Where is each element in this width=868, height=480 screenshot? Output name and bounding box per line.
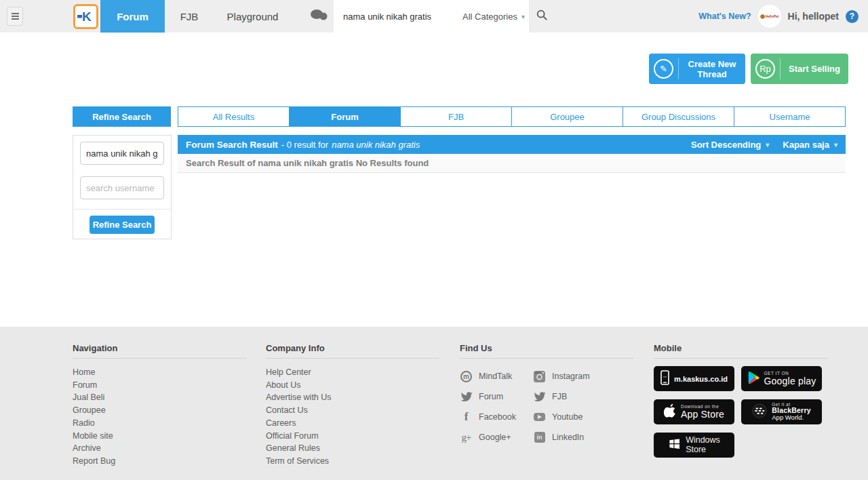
youtube-icon: [533, 411, 546, 424]
avatar[interactable]: HelloPet: [758, 5, 781, 28]
footer-link-help-center[interactable]: Help Center: [266, 366, 439, 379]
social-twitter-forum[interactable]: Forum: [460, 386, 533, 407]
social-googleplus[interactable]: g+ Google+: [460, 427, 533, 447]
top-header: K Forum FJB Playground All Categories ▾ …: [0, 0, 868, 33]
footer-link-general-rules[interactable]: General Rules: [266, 442, 439, 455]
sort-dropdown[interactable]: Sort Descending▾: [691, 140, 769, 150]
linkedin-icon: in: [533, 431, 546, 444]
search-bar: All Categories ▾: [334, 0, 529, 33]
footer-mobile: Mobile m.kaskus.co.id GET IT ONGoogle pl…: [654, 343, 827, 458]
no-results-message: Search Result of nama unik nikah gratis …: [178, 154, 846, 173]
user-greeting: Hi, hellopet: [788, 11, 839, 22]
result-tabs: All Results Forum FJB Groupee Group Disc…: [178, 106, 846, 127]
google-play-icon: [747, 371, 760, 387]
tab-group-discussions[interactable]: Group Discussions: [623, 106, 734, 127]
footer-heading: Mobile: [654, 343, 827, 359]
search-input[interactable]: [334, 12, 462, 22]
footer-heading: Company Info: [266, 343, 439, 359]
nav-tab-forum[interactable]: Forum: [100, 0, 165, 33]
result-query: nama unik nikah gratis: [332, 140, 420, 150]
page-footer: Navigation Home Forum Jual Beli Groupee …: [0, 327, 868, 480]
footer-navigation: Navigation Home Forum Jual Beli Groupee …: [73, 343, 246, 468]
footer-link-mobile-site[interactable]: Mobile site: [73, 430, 246, 443]
social-youtube[interactable]: Youtube: [533, 407, 633, 427]
twitter-icon: [460, 391, 473, 403]
social-mindtalk[interactable]: m MindTalk: [460, 366, 533, 386]
divider: [73, 209, 171, 209]
menu-button[interactable]: [7, 7, 23, 26]
blackberry-icon: [752, 403, 767, 421]
header-user-area: What's New? HelloPet Hi, hellopet ?: [698, 5, 859, 28]
chevron-down-icon: ▾: [766, 141, 769, 148]
footer-link-terms[interactable]: Term of Services: [266, 455, 439, 468]
mobile-site-badge[interactable]: m.kaskus.co.id: [654, 366, 734, 391]
footer-find-us: Find Us m MindTalk Instagram Forum: [460, 343, 633, 447]
google-play-badge[interactable]: GET IT ONGoogle play: [741, 366, 822, 391]
googleplus-icon: g+: [460, 431, 473, 444]
chat-bubble-icon: [309, 8, 328, 24]
social-facebook[interactable]: f Facebook: [460, 407, 533, 427]
tab-fjb[interactable]: FJB: [400, 106, 512, 127]
instagram-icon: [533, 370, 546, 383]
search-icon[interactable]: [536, 9, 548, 24]
windows-icon: [668, 437, 681, 453]
refine-search-submit[interactable]: Refine Search: [90, 216, 155, 234]
result-header-bar: Forum Search Result - 0 result for nama …: [178, 135, 846, 154]
kaskus-logo[interactable]: K: [73, 4, 98, 29]
footer-heading: Find Us: [460, 343, 633, 359]
social-twitter-fjb[interactable]: FJB: [533, 386, 633, 407]
pencil-icon: ✎: [654, 59, 673, 79]
app-store-badge[interactable]: Download on theApp Store: [654, 399, 734, 424]
kaskus-k-icon: K: [77, 8, 95, 24]
chevron-down-icon: ▾: [834, 141, 837, 148]
rupiah-icon: Rp: [755, 59, 775, 79]
twitter-icon: [533, 391, 546, 403]
phone-icon: [660, 370, 669, 388]
footer-link-forum[interactable]: Forum: [73, 379, 246, 392]
refine-username-input[interactable]: [80, 176, 164, 199]
footer-link-groupee[interactable]: Groupee: [73, 404, 246, 417]
tab-username[interactable]: Username: [734, 106, 846, 127]
social-linkedin[interactable]: in LinkedIn: [533, 427, 633, 447]
social-instagram[interactable]: Instagram: [533, 366, 633, 386]
footer-link-about-us[interactable]: About Us: [266, 379, 439, 392]
footer-link-radio[interactable]: Radio: [73, 417, 246, 430]
chevron-down-icon: ▾: [521, 13, 525, 20]
tab-groupee[interactable]: Groupee: [511, 106, 623, 127]
help-icon[interactable]: ?: [846, 10, 859, 23]
footer-link-contact-us[interactable]: Contact Us: [266, 404, 439, 417]
footer-company-info: Company Info Help Center About Us Advert…: [266, 343, 439, 468]
footer-link-archive[interactable]: Archive: [73, 442, 246, 455]
footer-link-home[interactable]: Home: [73, 366, 246, 379]
windows-store-badge[interactable]: WindowsStore: [654, 433, 734, 458]
footer-link-jual-beli[interactable]: Jual Beli: [73, 391, 246, 404]
footer-heading: Navigation: [73, 343, 246, 359]
footer-link-advertise[interactable]: Advertise with Us: [266, 391, 439, 404]
refine-keyword-input[interactable]: [80, 142, 164, 165]
result-title: Forum Search Result: [186, 140, 278, 150]
tab-forum[interactable]: Forum: [289, 106, 401, 127]
refine-search-panel: Refine Search: [73, 135, 172, 239]
mindtalk-icon: m: [460, 370, 473, 383]
create-thread-button[interactable]: ✎ Create New Thread: [649, 54, 745, 84]
result-count: - 0 result for: [281, 140, 328, 150]
nav-tab-playground[interactable]: Playground: [214, 0, 292, 33]
footer-link-careers[interactable]: Careers: [266, 417, 439, 430]
period-dropdown[interactable]: Kapan saja▾: [783, 140, 837, 150]
facebook-icon: f: [460, 411, 473, 424]
svg-text:K: K: [82, 9, 92, 24]
apple-icon: [664, 403, 676, 420]
tab-all-results[interactable]: All Results: [178, 106, 290, 127]
action-buttons: ✎ Create New Thread Rp Start Selling: [649, 54, 848, 84]
nav-tab-fjb[interactable]: FJB: [165, 0, 214, 33]
blackberry-badge[interactable]: Get it atBlackBerryApp World.: [741, 399, 822, 424]
category-dropdown[interactable]: All Categories ▾: [462, 12, 525, 22]
footer-link-official-forum[interactable]: Official Forum: [266, 430, 439, 443]
refine-search-toggle[interactable]: Refine Search: [73, 106, 171, 127]
start-selling-button[interactable]: Rp Start Selling: [751, 54, 848, 84]
footer-link-report-bug[interactable]: Report Bug: [73, 455, 246, 468]
whats-new-link[interactable]: What's New?: [698, 12, 751, 21]
